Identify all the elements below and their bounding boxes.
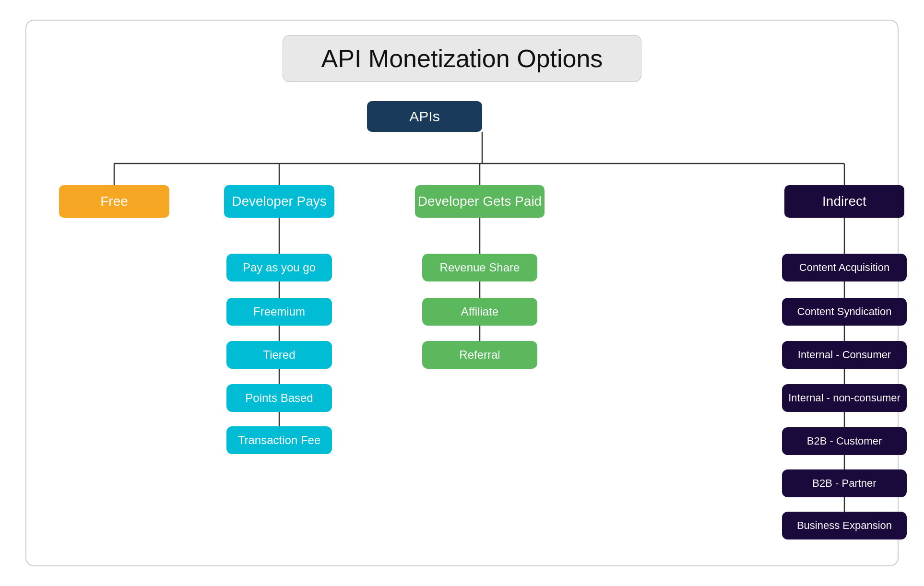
node-tiered: Tiered <box>226 341 332 369</box>
node-dev-pays: Developer Pays <box>224 185 334 218</box>
node-pay-as-you-go: Pay as you go <box>226 254 332 281</box>
node-b2b-partner: B2B - Partner <box>782 469 907 497</box>
node-content-acquisition: Content Acquisition <box>782 254 907 281</box>
node-internal-consumer: Internal - Consumer <box>782 341 907 369</box>
diagram: APIs Free Developer Pays Developer Gets … <box>46 101 878 546</box>
node-revenue-share: Revenue Share <box>422 254 537 281</box>
page-title: API Monetization Options <box>283 35 642 82</box>
outer-container: API Monetization Options <box>25 20 899 566</box>
node-freemium: Freemium <box>226 298 332 326</box>
node-indirect: Indirect <box>784 185 904 218</box>
node-transaction-fee: Transaction Fee <box>226 426 332 454</box>
node-content-syndication: Content Syndication <box>782 298 907 326</box>
node-points-based: Points Based <box>226 384 332 412</box>
node-affiliate: Affiliate <box>422 298 537 326</box>
node-business-expansion: Business Expansion <box>782 512 907 539</box>
node-internal-non-consumer: Internal - non-consumer <box>782 384 907 412</box>
node-dev-gets: Developer Gets Paid <box>415 185 545 218</box>
node-free: Free <box>59 185 169 218</box>
root-node: APIs <box>367 101 482 132</box>
node-b2b-customer: B2B - Customer <box>782 427 907 455</box>
node-referral: Referral <box>422 341 537 369</box>
